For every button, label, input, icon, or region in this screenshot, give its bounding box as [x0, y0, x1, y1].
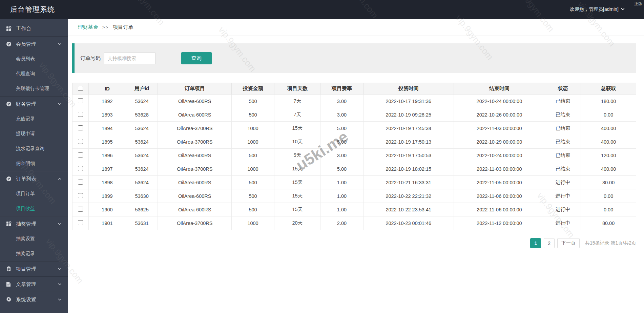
table-cell: 7天: [274, 95, 320, 108]
chevron-down-icon: [621, 7, 625, 12]
table-cell: 53630: [126, 189, 158, 203]
table-cell: 2022-10-26 00:00:00: [454, 108, 545, 122]
sidebar-item-system-settings[interactable]: 系统设置: [0, 292, 68, 307]
row-checkbox[interactable]: [78, 180, 83, 185]
column-header: 项目费率: [320, 83, 363, 95]
query-button[interactable]: 查询: [181, 52, 212, 64]
column-header: 投资金额: [231, 83, 274, 95]
sidebar-item-order-list[interactable]: 订单列表: [0, 171, 68, 186]
sidebar-item-label: 佣金明细: [16, 161, 35, 167]
corner-tag: 正版: [634, 1, 642, 7]
sidebar-item-project-earnings[interactable]: 项目收益: [0, 201, 68, 216]
sidebar-item-commission-details[interactable]: 佣金明细: [0, 156, 68, 171]
sidebar-item-label: 流水记录查询: [16, 146, 44, 152]
table-row: 190053625OilArea-600RS50015天1.002022-10-…: [72, 203, 636, 216]
sidebar-item-label: 工作台: [16, 25, 31, 32]
sidebar-item-lottery-management[interactable]: 抽奖管理: [0, 216, 68, 231]
badge-icon: [6, 101, 12, 107]
row-checkbox[interactable]: [78, 125, 83, 130]
order-number-input[interactable]: [104, 53, 155, 64]
user-menu[interactable]: 欢迎您，管理员[admin]: [570, 6, 625, 13]
table-cell: 进行中: [545, 203, 581, 216]
table-cell: 2022-10-22 23:53:41: [363, 203, 454, 216]
table-cell: 1899: [89, 189, 126, 203]
table-cell: 1896: [89, 149, 126, 162]
table-cell: 30.00: [581, 176, 636, 189]
row-checkbox[interactable]: [78, 98, 83, 103]
table-cell: OilArea-600RS: [158, 203, 232, 216]
table-cell: 2022-10-19 17:50:53: [363, 149, 454, 162]
row-checkbox[interactable]: [78, 112, 83, 117]
sidebar-item-agent-query[interactable]: 代理查询: [0, 66, 68, 81]
table-cell: 180.00: [581, 95, 636, 108]
table-cell: 1000: [231, 122, 274, 135]
table-cell: 5.00: [320, 162, 363, 176]
table-cell: 已结束: [545, 135, 581, 149]
table-cell: 15天: [274, 162, 320, 176]
sidebar-item-project-orders[interactable]: 项目订单: [0, 186, 68, 201]
table-cell: 2022-11-05 00:00:00: [454, 176, 545, 189]
sidebar: 工作台会员管理会员列表代理查询关联银行卡管理财务管理充值记录提现申请流水记录查询…: [0, 19, 68, 313]
sidebar-item-article-management[interactable]: 文章管理: [0, 276, 68, 292]
sidebar-item-label: 系统设置: [16, 296, 36, 303]
sidebar-item-recharge-records[interactable]: 充值记录: [0, 111, 68, 126]
row-checkbox[interactable]: [78, 207, 83, 212]
table-cell: 120.00: [581, 149, 636, 162]
table-cell: 已结束: [545, 162, 581, 176]
table-row: 190153631OilArea-3700RS100020天2.002022-1…: [72, 216, 636, 230]
column-header: ID: [89, 83, 126, 95]
table-row: 189253624OilArea-600RS5007天3.002022-10-1…: [72, 95, 636, 108]
table-cell: 53631: [126, 216, 158, 230]
sidebar-item-lottery-settings[interactable]: 抽奖设置: [0, 231, 68, 246]
table-cell: 1895: [89, 135, 126, 149]
app-title: 后台管理系统: [10, 5, 55, 14]
table-cell: 500: [231, 149, 274, 162]
page-button-1[interactable]: 1: [530, 238, 541, 248]
sidebar-item-finance-management[interactable]: 财务管理: [0, 96, 68, 111]
sidebar-item-bank-card-management[interactable]: 关联银行卡管理: [0, 81, 68, 96]
table-cell: 1892: [89, 95, 126, 108]
sidebar-item-label: 关联银行卡管理: [16, 86, 49, 92]
breadcrumb-parent-link[interactable]: 理财基金: [78, 24, 98, 30]
row-checkbox[interactable]: [78, 166, 83, 171]
next-page-button[interactable]: 下一页: [557, 238, 580, 248]
sidebar-item-lottery-records[interactable]: 抽奖记录: [0, 246, 68, 261]
table-cell: 1.00: [320, 176, 363, 189]
table-cell: 400.00: [581, 122, 636, 135]
sidebar-item-member-list[interactable]: 会员列表: [0, 51, 68, 66]
select-all-checkbox[interactable]: [78, 86, 83, 91]
table-cell: 进行中: [545, 216, 581, 230]
table-cell: OilArea-600RS: [158, 176, 232, 189]
table-cell: OilArea-600RS: [158, 149, 232, 162]
chevron-up-icon: [58, 177, 62, 181]
sidebar-item-project-management[interactable]: 项目管理: [0, 261, 68, 276]
table-cell: OilArea-3700RS: [158, 216, 232, 230]
sidebar-item-label: 会员列表: [16, 56, 35, 62]
sidebar-item-workbench[interactable]: 工作台: [0, 21, 68, 36]
sidebar-item-withdrawal-requests[interactable]: 提现申请: [0, 126, 68, 141]
table-cell: 500: [231, 108, 274, 122]
row-checkbox[interactable]: [78, 139, 83, 144]
row-checkbox-cell: [72, 108, 89, 122]
table-cell: 1894: [89, 122, 126, 135]
page-button-2[interactable]: 2: [544, 238, 555, 248]
table-cell: 1897: [89, 162, 126, 176]
sidebar-item-member-management[interactable]: 会员管理: [0, 36, 68, 51]
table-cell: 进行中: [545, 176, 581, 189]
table-row: 189453624OilArea-3700RS100015天5.002022-1…: [72, 122, 636, 135]
table-cell: 0.00: [581, 203, 636, 216]
sidebar-item-transaction-records[interactable]: 流水记录查询: [0, 141, 68, 156]
table-cell: 53624: [126, 162, 158, 176]
search-label: 订单号码: [80, 55, 101, 62]
table-cell: 1.00: [320, 203, 363, 216]
sidebar-item-label: 充值记录: [16, 116, 35, 122]
table-row: 189353628OilArea-600RS5007天3.002022-10-1…: [72, 108, 636, 122]
topbar: 后台管理系统 欢迎您，管理员[admin]: [0, 0, 644, 19]
table-cell: 已结束: [545, 149, 581, 162]
table-cell: 3.00: [320, 95, 363, 108]
sidebar-item-label: 文章管理: [16, 281, 36, 288]
table-cell: 1893: [89, 108, 126, 122]
row-checkbox[interactable]: [78, 152, 83, 158]
row-checkbox[interactable]: [78, 193, 83, 198]
row-checkbox[interactable]: [78, 220, 83, 225]
